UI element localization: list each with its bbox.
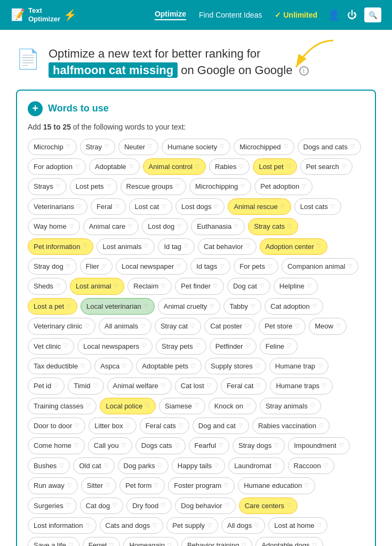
tag-lost-cats[interactable]: Lost cats ♡	[294, 198, 341, 215]
tag-vet-clinic[interactable]: Vet clinic ♡	[28, 338, 74, 355]
tag-homeagain[interactable]: Homeagain ♡	[123, 537, 178, 546]
tag-dog-parks[interactable]: Dog parks ♡	[118, 457, 169, 474]
tag-rescue-groups[interactable]: Rescue groups ♡	[121, 178, 186, 195]
tag-animal-care[interactable]: Animal care ♡	[83, 218, 139, 235]
tag-adoptable-pets[interactable]: Adoptable pets ♡	[136, 358, 202, 374]
tag-neuter[interactable]: Neuter ♡	[118, 139, 158, 155]
tag-fearful[interactable]: Fearful ♡	[189, 437, 229, 454]
tag-animal-cruelty[interactable]: Animal cruelty ♡	[158, 298, 221, 315]
tag-pet-form[interactable]: Pet form ♡	[119, 477, 165, 494]
search-button[interactable]: 🔍	[364, 7, 381, 22]
tag-lost-at-home[interactable]: Lost at home ♡	[268, 517, 327, 534]
tag-stray-dogs[interactable]: Stray dogs ♡	[233, 437, 285, 454]
tag-ferret[interactable]: Ferret ♡	[83, 537, 121, 546]
tag-siamese[interactable]: Siamese ♡	[159, 398, 205, 414]
tag-all-dogs[interactable]: All dogs ♡	[221, 517, 265, 534]
tag-humane-trap[interactable]: Humane trap ♡	[269, 358, 329, 374]
tag-lost-cat[interactable]: Lost cat ♡	[129, 198, 173, 215]
tag-supply-stores[interactable]: Supply stores ♡	[205, 358, 266, 374]
tag-timid[interactable]: Timid ♡	[68, 378, 103, 394]
tag-veterinarians[interactable]: Veterinarians ♡	[28, 198, 87, 215]
tag-sitter[interactable]: Sitter ♡	[81, 477, 116, 494]
tag-cat-behavior[interactable]: Cat behavior ♡	[198, 238, 257, 255]
tag-dry-food[interactable]: Dry food ♡	[126, 497, 172, 514]
tag-happy-tails[interactable]: Happy tails ♡	[172, 457, 225, 474]
tag-save-a-life[interactable]: Save a life ♡	[28, 537, 79, 546]
tag-way-home[interactable]: Way home ♡	[28, 218, 80, 235]
tag-rabies-vaccination[interactable]: Rabies vaccination ♡	[252, 417, 330, 434]
tag-dog-and-cat[interactable]: Dog and cat ♡	[193, 417, 249, 434]
tag-run-away[interactable]: Run away ♡	[28, 477, 78, 494]
tag-lost-animal[interactable]: Lost animal ♡	[70, 278, 124, 294]
tag-bushes[interactable]: Bushes ♡	[28, 457, 70, 474]
nav-unlimited[interactable]: ✓ Unlimited	[275, 11, 317, 19]
tag-cat-poster[interactable]: Cat poster ♡	[204, 318, 255, 334]
tag-petfinder[interactable]: Petfinder ♡	[210, 338, 257, 355]
tag-lost-information[interactable]: Lost information ♡	[28, 517, 97, 534]
tag-humane-traps[interactable]: Humane traps ♡	[270, 378, 333, 394]
tag-pet-finder[interactable]: Pet finder ♡	[175, 278, 224, 294]
tag-id-tag[interactable]: Id tag ♡	[158, 238, 195, 255]
tag-euthanasia[interactable]: Euthanasia ♡	[191, 218, 245, 235]
tag-feral-cat[interactable]: Feral cat ♡	[221, 378, 267, 394]
tag-tabby[interactable]: Tabby ♡	[223, 298, 261, 315]
nav-find-content[interactable]: Find Content Ideas	[199, 11, 262, 19]
tag-flier[interactable]: Flier ♡	[80, 258, 113, 275]
tag-surgeries[interactable]: Surgeries ♡	[28, 497, 77, 514]
tag-for-adoption[interactable]: For adoption ♡	[28, 158, 86, 175]
tag-animal-rescue[interactable]: Animal rescue ♡	[228, 198, 291, 215]
power-icon[interactable]: ⏻	[347, 10, 357, 21]
tag-adoptable-dogs[interactable]: Adoptable dogs ♡	[255, 537, 323, 546]
tag-aspca[interactable]: Aspca ♡	[94, 358, 133, 374]
tag-stray-cats[interactable]: Stray cats ♡	[248, 218, 298, 235]
tag-strays[interactable]: Strays ♡	[28, 178, 67, 195]
tag-local-newspapers[interactable]: Local newspapers ♡	[77, 338, 153, 355]
tag-feline[interactable]: Feline ♡	[260, 338, 298, 355]
tag-local-newspaper[interactable]: Local newspaper ♡	[116, 258, 187, 275]
tag-pet-information[interactable]: Pet information ♡	[28, 238, 93, 255]
tag-pet-search[interactable]: Pet search ♡	[300, 158, 353, 175]
tag-feral[interactable]: Feral ♡	[91, 198, 126, 215]
tag-rabies[interactable]: Rabies ♡	[209, 158, 250, 175]
tag-stray[interactable]: Stray ♡	[80, 139, 115, 155]
tag-veterinary-clinic[interactable]: Veterinary clinic ♡	[28, 318, 95, 334]
tag-raccoon[interactable]: Raccoon ♡	[288, 457, 334, 474]
tag-microchip[interactable]: Microchip ♡	[28, 139, 77, 155]
nav-optimize[interactable]: Optimize	[155, 10, 186, 20]
tag-cats-and-dogs[interactable]: Cats and dogs ♡	[100, 517, 164, 534]
tag-call-you[interactable]: Call you ♡	[88, 437, 132, 454]
tag-lost-dog[interactable]: Lost dog ♡	[142, 218, 188, 235]
tag-companion-animal[interactable]: Companion animal ♡	[282, 258, 358, 275]
tag-helpline[interactable]: Helpline ♡	[274, 278, 318, 294]
tag-dogs-and-cats[interactable]: Dogs and cats ♡	[298, 139, 361, 155]
tag-knock-on[interactable]: Knock on ♡	[209, 398, 257, 414]
tag-animal-control[interactable]: Animal control ♡	[143, 158, 206, 175]
tag-stray-dog[interactable]: Stray dog ♡	[28, 258, 77, 275]
tag-impoundment[interactable]: Impoundment ♡	[288, 437, 350, 454]
tag-laundromat[interactable]: Laundromat ♡	[228, 457, 284, 474]
tag-foster-program[interactable]: Foster program ♡	[168, 477, 235, 494]
tag-feral-cats[interactable]: Feral cats ♡	[140, 417, 189, 434]
tag-litter-box[interactable]: Litter box ♡	[89, 417, 136, 434]
tag-door-to-door[interactable]: Door to door ♡	[28, 417, 85, 434]
tag-humane-education[interactable]: Humane education ♡	[238, 477, 315, 494]
info-icon[interactable]: i	[299, 66, 309, 76]
tag-humane-society[interactable]: Humane society ♡	[162, 139, 230, 155]
tag-cat-dog[interactable]: Cat dog ♡	[80, 497, 124, 514]
tag-lost-dogs[interactable]: Lost dogs ♡	[175, 198, 225, 215]
tag-animal-welfare[interactable]: Animal welfare ♡	[107, 378, 172, 394]
tag-dog-behavior[interactable]: Dog behavior ♡	[175, 497, 235, 514]
tag-care-centers[interactable]: Care centers ♡	[239, 497, 298, 514]
tag-for-pets[interactable]: For pets ♡	[234, 258, 278, 275]
tag-all-animals[interactable]: All animals ♡	[99, 318, 151, 334]
tag-lost-animals[interactable]: Lost animals ♡	[97, 238, 155, 255]
tag-reclaim[interactable]: Reclaim ♡	[127, 278, 172, 294]
plus-button[interactable]: +	[28, 101, 43, 116]
tag-dog-cat[interactable]: Dog cat ♡	[227, 278, 270, 294]
tag-microchipped[interactable]: Microchipped ♡	[234, 139, 294, 155]
tag-adoptable[interactable]: Adoptable ♡	[89, 158, 140, 175]
tag-pet-store[interactable]: Pet store ♡	[259, 318, 306, 334]
tag-meow[interactable]: Meow ♡	[309, 318, 347, 334]
tag-cat-adoption[interactable]: Cat adoption ♡	[265, 298, 323, 315]
tag-stray-animals[interactable]: Stray animals ♡	[260, 398, 321, 414]
